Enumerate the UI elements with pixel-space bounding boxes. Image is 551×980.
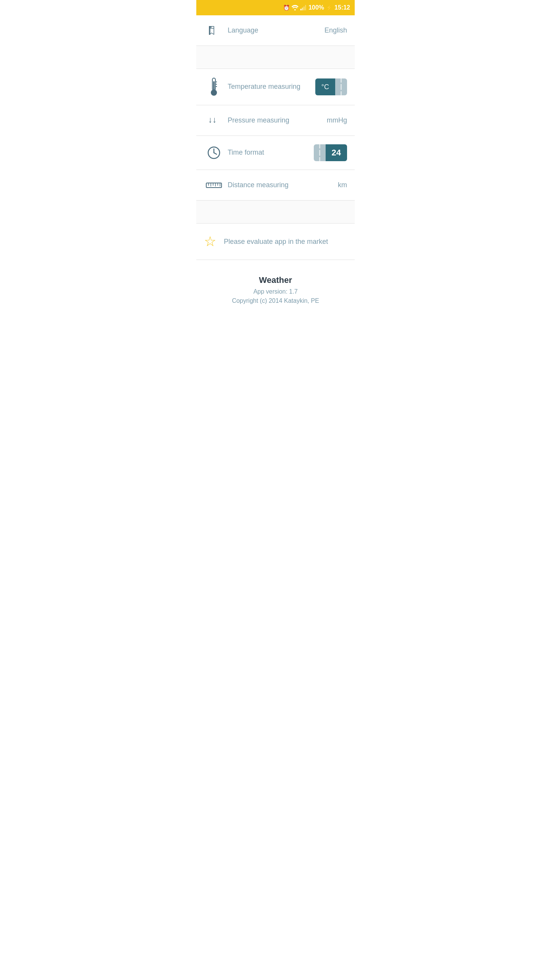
clock-icon xyxy=(204,146,224,160)
12h-option[interactable] xyxy=(314,144,326,161)
temperature-row[interactable]: Temperature measuring °C xyxy=(196,69,355,105)
language-label: Language xyxy=(224,26,324,35)
spacer-1 xyxy=(196,46,355,69)
time-format-toggle[interactable]: 24 xyxy=(314,144,347,161)
wifi-icon xyxy=(292,5,298,10)
time-format-row[interactable]: Time format 24 xyxy=(196,136,355,170)
evaluate-label: Please evaluate app in the market xyxy=(224,238,328,246)
svg-rect-9 xyxy=(213,81,215,90)
svg-rect-2 xyxy=(302,8,303,10)
app-copyright: Copyright (c) 2014 Kataykin, PE xyxy=(204,297,347,304)
spacer-2 xyxy=(196,201,355,224)
status-icons: ⏰ 100% ⚡ 15:12 xyxy=(283,4,350,11)
svg-point-8 xyxy=(211,90,217,96)
signal-icon xyxy=(300,5,306,10)
time-text: 15:12 xyxy=(334,4,350,11)
svg-line-16 xyxy=(214,153,217,154)
toggle-divider-2 xyxy=(319,144,320,161)
star-icon: ☆ xyxy=(204,234,216,250)
thermometer-icon xyxy=(204,77,224,96)
app-version: App version: 1.7 xyxy=(204,288,347,295)
language-icon xyxy=(204,24,224,37)
evaluate-row[interactable]: ☆ Please evaluate app in the market xyxy=(196,224,355,260)
celsius-option[interactable]: °C xyxy=(315,78,335,95)
language-row[interactable]: Language English xyxy=(196,15,355,46)
distance-row[interactable]: Distance measuring km xyxy=(196,170,355,201)
status-bar: ⏰ 100% ⚡ 15:12 xyxy=(196,0,355,15)
app-name: Weather xyxy=(204,275,347,285)
distance-value: km xyxy=(338,181,347,189)
svg-rect-3 xyxy=(303,7,305,10)
pressure-label: Pressure measuring xyxy=(224,116,327,125)
time-format-label: Time format xyxy=(224,148,314,157)
svg-rect-4 xyxy=(305,5,306,10)
temperature-label: Temperature measuring xyxy=(224,82,315,91)
toggle-divider xyxy=(341,78,342,95)
battery-text: 100% xyxy=(308,4,324,11)
footer: Weather App version: 1.7 Copyright (c) 2… xyxy=(196,260,355,316)
pressure-icon: ↓↓ xyxy=(204,114,224,127)
distance-label: Distance measuring xyxy=(224,181,338,189)
svg-rect-1 xyxy=(300,9,302,10)
settings-list: Language English Temperature measuring °… xyxy=(196,15,355,260)
pressure-value: mmHg xyxy=(327,116,347,124)
alarm-icon: ⏰ xyxy=(283,5,290,11)
svg-text:↓↓: ↓↓ xyxy=(208,115,217,124)
ruler-icon xyxy=(204,181,224,189)
temperature-toggle[interactable]: °C xyxy=(315,78,347,95)
language-value: English xyxy=(324,26,347,34)
pressure-row[interactable]: ↓↓ Pressure measuring mmHg xyxy=(196,105,355,136)
24h-option[interactable]: 24 xyxy=(326,144,347,161)
svg-point-0 xyxy=(294,9,296,10)
fahrenheit-option[interactable] xyxy=(335,78,347,95)
battery-icon: ⚡ xyxy=(326,5,333,11)
